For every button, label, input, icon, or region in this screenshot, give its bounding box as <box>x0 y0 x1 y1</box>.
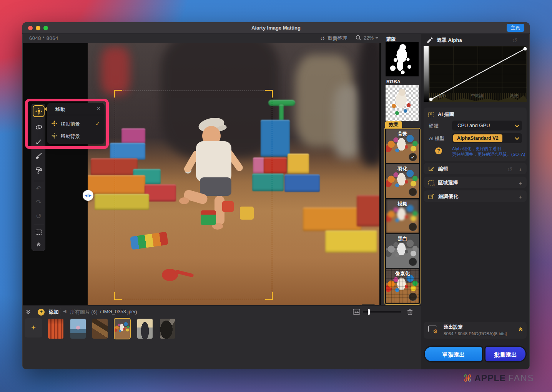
edit-header: 編輯 <box>428 165 448 172</box>
selection-corner-top-right[interactable] <box>265 90 273 98</box>
effect-blur[interactable]: 模糊 <box>386 199 419 233</box>
mask-thumbnail[interactable] <box>386 42 419 76</box>
effects-tab[interactable]: 效果 <box>385 121 402 129</box>
effect-select-circle[interactable] <box>409 223 417 231</box>
watermark-bold-text: APPLE <box>474 373 506 384</box>
applefans-watermark: ⌘ APPLE FANS <box>463 373 534 384</box>
close-icon[interactable]: ✕ <box>96 106 101 111</box>
add-images-button[interactable]: + 添加 <box>38 308 58 316</box>
selection-rectangle[interactable] <box>115 91 272 299</box>
pen-icon <box>35 138 42 145</box>
collapse-filmstrip-button[interactable] <box>27 309 30 315</box>
paint-roller-icon <box>35 167 42 174</box>
compare-slider-handle[interactable]: ◀ ▶ <box>83 190 93 201</box>
help-button[interactable]: ? <box>435 147 442 154</box>
effect-black-white[interactable]: 黑白 <box>386 234 419 268</box>
undo-button[interactable]: ↶ <box>33 182 45 194</box>
magnifier-icon <box>356 35 361 41</box>
chevron-down-icon <box>515 123 519 127</box>
expand-plus-icon[interactable]: + <box>519 194 522 200</box>
filmstrip-thumb-1[interactable] <box>48 319 63 339</box>
hardware-value: CPU and GPU <box>457 122 490 128</box>
effect-select-circle[interactable] <box>409 188 417 196</box>
eraser-tool-button[interactable] <box>33 121 45 133</box>
export-settings-subtitle: 8064 * 6048 PNG(RGBA)[8 bits] <box>444 331 507 336</box>
arrow-left-icon: ◀ <box>85 194 87 197</box>
undo-icon: ↺ <box>512 37 517 44</box>
reset-button[interactable]: ↺ <box>33 210 45 222</box>
pen-tool-button[interactable] <box>33 136 45 147</box>
move-tool-popup: 移動 ✕ 移動前景 ✓ 移動背景 <box>47 103 105 144</box>
slider-handle[interactable] <box>368 309 370 315</box>
refresh-icon: ↺ <box>320 36 325 41</box>
mask-label: 蒙版 <box>386 36 396 43</box>
roller-tool-button[interactable] <box>33 165 45 177</box>
selection-corner-top-left[interactable] <box>114 90 122 98</box>
single-export-button[interactable]: 單張匯出 <box>424 346 483 362</box>
edit-section[interactable]: 編輯 ↺ + <box>424 163 527 174</box>
expand-plus-icon[interactable]: + <box>519 166 522 173</box>
alpha-undo-button[interactable]: ↺ <box>512 37 517 44</box>
zoom-level: 22% <box>364 35 374 41</box>
right-panel: 遮罩 Alpha ↺ 陰 <box>421 34 529 369</box>
collapse-palette-button[interactable] <box>33 239 45 250</box>
effect-background[interactable]: 背景 ✓ <box>386 129 419 163</box>
gradient-strip <box>424 46 429 102</box>
menu-item-move-background[interactable]: 移動背景 <box>47 131 105 142</box>
alpha-section-header: 遮罩 Alpha <box>427 37 462 44</box>
filmstrip-thumb-5[interactable] <box>137 319 153 339</box>
filmstrip-divider <box>60 308 60 316</box>
effect-pixelate[interactable]: 像素化 <box>386 269 419 303</box>
zoom-control[interactable]: 22% <box>356 35 378 41</box>
region-select-section[interactable]: + 區域選擇 + <box>424 177 527 188</box>
region-select-icon: + <box>428 180 434 185</box>
effect-select-circle[interactable] <box>409 293 417 301</box>
shadows-label: 陰影 <box>438 93 446 99</box>
brush-tool-button[interactable] <box>33 150 45 162</box>
model-hint-line1: Alpha細化，更好的半透明， <box>452 146 505 152</box>
model-value: AlphaStandard V2 <box>453 134 502 142</box>
marquee-tool-button[interactable] <box>33 226 45 238</box>
selection-corner-bottom-left[interactable] <box>114 292 122 300</box>
export-settings-card[interactable]: ⚙ 匯出設定 8064 * 6048 PNG(RGBA)[8 bits] <box>424 322 527 339</box>
filmstrip-thumb-3[interactable] <box>92 319 108 339</box>
menu-item-move-foreground[interactable]: 移動前景 ✓ <box>47 118 105 130</box>
move-foreground-icon <box>52 121 57 128</box>
filmstrip-thumb-2[interactable] <box>70 319 86 339</box>
palette-divider <box>34 225 44 225</box>
trash-icon[interactable] <box>407 309 413 315</box>
batch-export-button[interactable]: 批量匯出 <box>484 346 527 362</box>
canvas[interactable]: ◀ ▶ <box>23 43 381 305</box>
redo-button[interactable]: ↷ <box>33 196 45 208</box>
filmstrip-thumb-4-selected[interactable] <box>114 318 131 339</box>
model-label: AI 模型 <box>429 136 444 142</box>
refine-icon <box>428 194 434 199</box>
effect-selected-circle[interactable]: ✓ <box>409 153 417 161</box>
desktop: Aiarty Image Matting 主頁 6048 * 8064 ↺ 重新… <box>0 0 552 392</box>
tool-palette: ↶ ↷ ↺ <box>32 104 45 251</box>
effect-feather[interactable]: 羽化 <box>386 164 419 198</box>
rgba-thumbnail[interactable] <box>386 85 419 121</box>
move-tool-button[interactable] <box>33 105 45 117</box>
model-dropdown[interactable]: AlphaStandard V2 <box>452 133 522 143</box>
curve-area[interactable]: 陰影 中間調 高光 <box>429 46 527 102</box>
selection-corner-bottom-right[interactable] <box>265 292 273 300</box>
image-size-label: 6048 * 8064 <box>29 35 58 41</box>
effect-select-circle[interactable] <box>409 258 417 266</box>
export-settings-title: 匯出設定 <box>444 324 507 331</box>
alpha-curve-panel[interactable]: 陰影 中間調 高光 <box>424 46 527 102</box>
region-select-header: + 區域選擇 <box>428 179 458 186</box>
collapse-export-button[interactable] <box>519 326 522 332</box>
eraser-icon <box>35 124 42 130</box>
add-image-tile[interactable]: + <box>25 318 42 337</box>
back-icon[interactable]: ◀ <box>63 309 66 314</box>
hardware-label: 硬體 <box>429 123 439 129</box>
refresh-button[interactable]: ↺ 重新整理 <box>320 35 347 42</box>
home-button[interactable]: 主頁 <box>507 24 524 32</box>
thumbnail-size-slider[interactable] <box>363 311 401 313</box>
filmstrip-thumb-6[interactable] <box>160 319 175 339</box>
breadcrumb-all-images[interactable]: 所有圖片 (6) <box>70 309 98 316</box>
hardware-dropdown[interactable]: CPU and GPU <box>452 121 522 131</box>
expand-plus-icon[interactable]: + <box>519 180 522 186</box>
refine-section[interactable]: 細調優化 + <box>424 190 527 202</box>
